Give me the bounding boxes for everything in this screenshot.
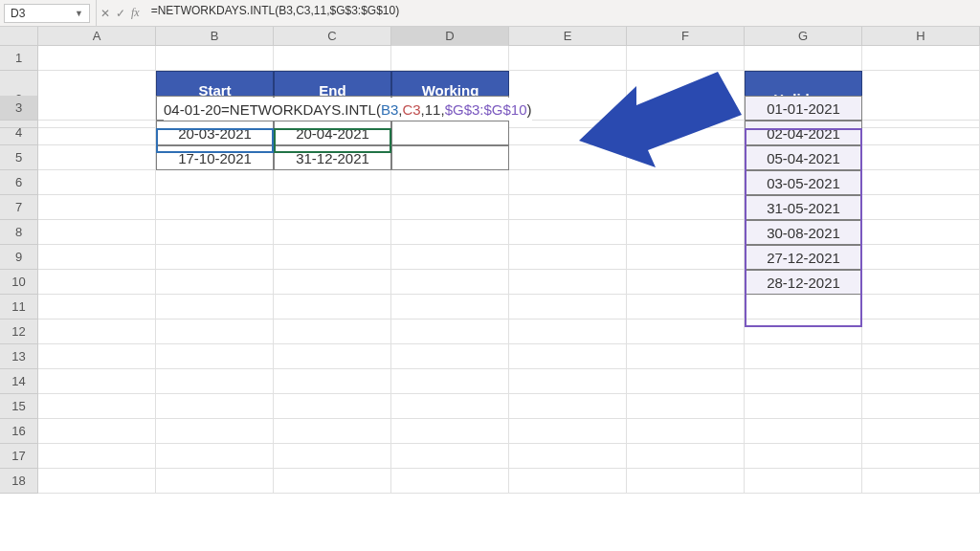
cell[interactable] (156, 295, 274, 320)
cell[interactable] (745, 295, 862, 320)
cell[interactable] (391, 394, 509, 419)
cell-g4[interactable]: 02-04-2021 (745, 121, 862, 145)
cell[interactable] (627, 469, 745, 494)
cell[interactable] (274, 419, 391, 444)
cell[interactable] (274, 394, 391, 419)
row-header-15[interactable]: 15 (0, 394, 38, 419)
cell[interactable] (391, 369, 509, 394)
cell[interactable] (391, 295, 509, 320)
col-header-a[interactable]: A (38, 27, 156, 46)
cell[interactable] (274, 469, 391, 494)
cell[interactable] (745, 394, 862, 419)
cell-g10[interactable]: 28-12-2021 (745, 270, 862, 295)
cell[interactable] (38, 220, 156, 245)
cell[interactable] (274, 220, 391, 245)
cell[interactable] (627, 195, 745, 220)
cell[interactable] (627, 419, 745, 444)
cell[interactable] (627, 344, 745, 369)
cell[interactable] (274, 46, 391, 71)
cell[interactable] (862, 170, 980, 195)
col-header-g[interactable]: G (745, 27, 862, 46)
row-header-3[interactable]: 3 (0, 96, 38, 121)
column-headers[interactable]: ABCDEFGH (0, 27, 980, 46)
cell[interactable] (627, 245, 745, 270)
cell[interactable] (156, 320, 274, 344)
col-header-b[interactable]: B (156, 27, 274, 46)
row-header-14[interactable]: 14 (0, 369, 38, 394)
cell[interactable] (627, 444, 745, 469)
cell[interactable] (391, 220, 509, 245)
cells-area[interactable]: StartDate EndDate WorkingDays Holidays 0… (38, 46, 980, 494)
cell-b4[interactable]: 20-03-2021 (156, 121, 274, 145)
row-header-4[interactable]: 4 (0, 121, 38, 145)
cell[interactable] (745, 46, 862, 71)
select-all-corner[interactable] (0, 27, 38, 46)
cell[interactable] (274, 344, 391, 369)
cell[interactable] (862, 394, 980, 419)
name-box[interactable]: D3 ▼ (4, 4, 90, 23)
row-header-5[interactable]: 5 (0, 145, 38, 170)
cell[interactable] (509, 419, 627, 444)
row-header-18[interactable]: 18 (0, 469, 38, 494)
cell-d4[interactable] (391, 121, 509, 145)
row-header-12[interactable]: 12 (0, 320, 38, 344)
cell-g6[interactable]: 03-05-2021 (745, 170, 862, 195)
cell[interactable] (862, 320, 980, 344)
cell[interactable] (509, 394, 627, 419)
cell[interactable] (156, 46, 274, 71)
cell[interactable] (627, 220, 745, 245)
cell[interactable] (862, 295, 980, 320)
cell[interactable] (391, 270, 509, 295)
cell[interactable] (38, 394, 156, 419)
cell[interactable] (156, 220, 274, 245)
row-header-11[interactable]: 11 (0, 295, 38, 320)
cell[interactable] (745, 369, 862, 394)
cell[interactable] (862, 469, 980, 494)
cell-c5[interactable]: 31-12-2021 (274, 145, 391, 170)
cell[interactable] (274, 295, 391, 320)
cell[interactable] (745, 320, 862, 344)
cell[interactable] (745, 444, 862, 469)
cell[interactable] (391, 419, 509, 444)
cell[interactable] (509, 344, 627, 369)
cell[interactable] (862, 96, 980, 121)
cell[interactable] (862, 419, 980, 444)
cell[interactable] (38, 419, 156, 444)
cell-g8[interactable]: 30-08-2021 (745, 220, 862, 245)
cell[interactable] (156, 444, 274, 469)
cell[interactable] (627, 369, 745, 394)
cell[interactable] (274, 270, 391, 295)
cell[interactable] (509, 369, 627, 394)
cell[interactable] (391, 344, 509, 369)
cell[interactable] (862, 344, 980, 369)
cell[interactable] (156, 270, 274, 295)
row-header-13[interactable]: 13 (0, 344, 38, 369)
cell[interactable] (627, 46, 745, 71)
cell-g7[interactable]: 31-05-2021 (745, 195, 862, 220)
cell[interactable] (509, 295, 627, 320)
cell[interactable] (38, 195, 156, 220)
cell[interactable] (627, 394, 745, 419)
cell[interactable] (156, 245, 274, 270)
cell[interactable] (274, 320, 391, 344)
cell[interactable] (509, 195, 627, 220)
row-header-10[interactable]: 10 (0, 270, 38, 295)
formula-bar-input[interactable]: =NETWORKDAYS.INTL(B3,C3,11,$G$3:$G$10) (149, 4, 976, 23)
cell[interactable] (862, 195, 980, 220)
cell[interactable] (627, 270, 745, 295)
cell[interactable] (156, 344, 274, 369)
cell-g9[interactable]: 27-12-2021 (745, 245, 862, 270)
cell-g5[interactable]: 05-04-2021 (745, 145, 862, 170)
cell-d5[interactable] (391, 145, 509, 170)
fx-icon[interactable]: fx (131, 6, 140, 20)
row-header-16[interactable]: 16 (0, 419, 38, 444)
cell[interactable] (509, 469, 627, 494)
cancel-icon[interactable]: ✕ (100, 7, 110, 20)
cell-c4[interactable]: 20-04-2021 (274, 121, 391, 145)
cell[interactable] (862, 145, 980, 170)
cell[interactable] (156, 419, 274, 444)
cell[interactable] (38, 245, 156, 270)
row-headers[interactable]: 123456789101112131415161718 (0, 46, 38, 494)
cell[interactable] (745, 344, 862, 369)
cell[interactable] (274, 444, 391, 469)
